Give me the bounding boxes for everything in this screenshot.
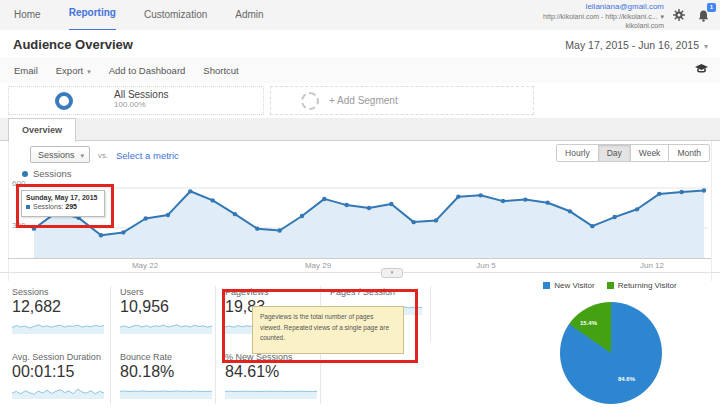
metric-label: Avg. Session Duration <box>12 352 107 362</box>
granularity-week[interactable]: Week <box>630 145 669 161</box>
metric-select-dropdown[interactable]: Sessions <box>30 146 90 163</box>
granularity-hourly[interactable]: Hourly <box>557 145 598 161</box>
granularity-month[interactable]: Month <box>668 145 709 161</box>
x-tick-jun5: Jun 5 <box>476 261 496 270</box>
tooltip-date: Sunday, May 17, 2015 <box>26 194 100 201</box>
column-separator <box>110 286 111 404</box>
tab-strip <box>0 118 720 141</box>
legend-returning-visitor: Returning Visitor <box>618 281 677 290</box>
sessions-line-chart[interactable] <box>30 181 708 259</box>
segment-name: All Sessions <box>114 89 168 100</box>
new-sessions-sparkline <box>225 383 317 399</box>
granularity-buttons: Hourly Day Week Month <box>556 144 710 162</box>
email-button[interactable]: Email <box>14 65 38 76</box>
account-switcher[interactable]: leilaniana@gmail.com http://kikolani.com… <box>543 2 664 31</box>
title-bar: Audience Overview May 17, 2015 - Jun 16,… <box>0 30 720 58</box>
segment-percent: 100.00% <box>114 100 168 109</box>
notification-badge: 1 <box>707 3 716 12</box>
gear-icon[interactable] <box>672 8 686 22</box>
all-sessions-segment[interactable]: All Sessions 100.00% <box>8 86 264 115</box>
vs-label: vs. <box>98 151 108 160</box>
nav-admin[interactable]: Admin <box>235 0 263 30</box>
metric-bounce-rate: Bounce Rate 80.18% <box>120 352 215 399</box>
metric-label: Users <box>120 287 215 297</box>
nav-customization[interactable]: Customization <box>144 0 207 30</box>
chart-collapse-handle[interactable]: ▾ <box>381 268 403 278</box>
metric-value: 00:01:15 <box>12 363 107 381</box>
nav-reporting[interactable]: Reporting <box>69 0 116 32</box>
metric-label: Pageviews <box>225 287 320 297</box>
tooltip-metric-label: Sessions: <box>33 203 63 210</box>
metric-users: Users 10,956 <box>120 287 215 334</box>
pie-legend: New Visitor Returning Visitor <box>500 281 720 290</box>
pageviews-help-tooltip: Pageviews is the total number of pages v… <box>252 306 404 354</box>
shortcut-button[interactable]: Shortcut <box>203 65 238 76</box>
primary-nav: Home Reporting Customization Admin <box>14 0 264 30</box>
x-tick-may29: May 29 <box>305 261 331 270</box>
metric-value: 10,956 <box>120 298 215 316</box>
intelligence-icon[interactable] <box>695 64 708 75</box>
x-tick-may22: May 22 <box>132 261 158 270</box>
duration-sparkline <box>12 383 104 399</box>
tab-overview[interactable]: Overview <box>8 118 76 142</box>
column-separator <box>430 286 431 342</box>
action-bar: Email Export Add to Dashboard Shortcut <box>0 57 720 84</box>
metric-value: 12,682 <box>12 298 107 316</box>
add-segment-circle-icon <box>301 92 319 110</box>
tooltip-metric-value: 295 <box>65 203 77 210</box>
metric-avg-session-duration: Avg. Session Duration 00:01:15 <box>12 352 107 399</box>
metric-sessions: Sessions 12,682 <box>12 287 107 334</box>
bounce-sparkline <box>120 383 212 399</box>
metric-label: Sessions <box>12 287 107 297</box>
visitor-type-pie-chart[interactable] <box>560 302 662 404</box>
property-name: http://kikolani.com - http://kikolani.c.… <box>543 13 657 20</box>
export-button[interactable]: Export <box>56 65 91 76</box>
x-axis-line <box>8 258 711 259</box>
analytics-audience-overview-page: Home Reporting Customization Admin leila… <box>0 0 720 413</box>
metric-label: Bounce Rate <box>120 352 215 362</box>
x-tick-jun12: Jun 12 <box>640 261 664 270</box>
chart-bottom-divider <box>0 272 720 273</box>
new-visitor-swatch-icon <box>543 282 550 289</box>
add-segment-label: + Add Segment <box>329 95 398 106</box>
add-to-dashboard-button[interactable]: Add to Dashboard <box>109 65 186 76</box>
granularity-day[interactable]: Day <box>598 145 630 161</box>
pie-label-returning-visitor: 15.4% <box>580 320 597 326</box>
segment-donut-icon <box>55 92 73 110</box>
metric-label: Pages / Session <box>330 287 425 297</box>
users-sparkline <box>120 318 212 334</box>
y-axis-tick-300: 300 <box>12 221 25 230</box>
returning-visitor-swatch-icon <box>607 282 614 289</box>
select-a-metric-link[interactable]: Select a metric <box>116 150 179 161</box>
date-range-selector[interactable]: May 17, 2015 - Jun 16, 2015 <box>565 39 708 51</box>
nav-home[interactable]: Home <box>14 0 41 30</box>
segment-bar: All Sessions 100.00% + Add Segment <box>0 83 720 119</box>
series-dot-icon <box>26 205 30 209</box>
chart-series-legend: Sessions <box>22 168 72 179</box>
metric-new-sessions: % New Sessions 84.61% <box>225 352 320 399</box>
metric-value: 84.61% <box>225 363 320 381</box>
chart-hover-tooltip: Sunday, May 17, 2015 Sessions: 295 <box>21 190 105 217</box>
legend-new-visitor: New Visitor <box>554 281 594 290</box>
add-segment-button[interactable]: + Add Segment <box>270 86 534 115</box>
column-separator <box>215 286 216 404</box>
sessions-sparkline <box>12 318 104 334</box>
y-axis-tick-600: 600 <box>12 179 25 188</box>
chevron-down-icon: ▾ <box>660 13 664 20</box>
page-title: Audience Overview <box>13 37 133 52</box>
pie-label-new-visitor: 84.6% <box>618 376 635 382</box>
metric-value: 80.18% <box>120 363 215 381</box>
account-email[interactable]: leilaniana@gmail.com <box>543 2 664 12</box>
top-navigation-bar: Home Reporting Customization Admin leila… <box>0 0 720 31</box>
